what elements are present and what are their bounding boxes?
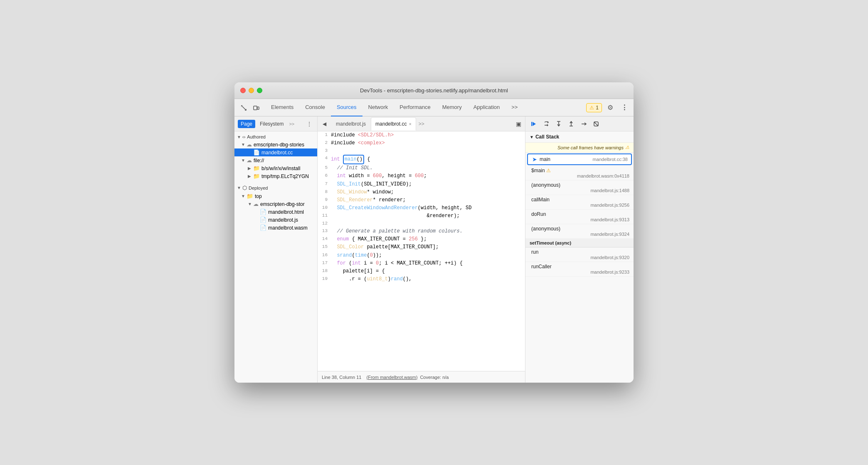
html-file-icon: 📄 bbox=[260, 209, 266, 215]
tab-console[interactable]: Console bbox=[299, 99, 331, 116]
line-num-4: 4 bbox=[318, 155, 331, 162]
tab-more[interactable]: >> bbox=[506, 99, 523, 116]
line-num-12: 12 bbox=[318, 220, 331, 228]
title-bar: DevTools - emscripten-dbg-stories.netlif… bbox=[234, 82, 634, 99]
dir2-folder-icon: 📁 bbox=[253, 173, 260, 179]
mandelbrot-js-item[interactable]: ▶ 📄 mandelbrot.js bbox=[234, 216, 317, 224]
line-code-10: SDL_CreateWindowAndRenderer(width, heigh… bbox=[331, 204, 525, 212]
call-stack-header[interactable]: ▼ Call Stack bbox=[525, 131, 634, 143]
close-button[interactable] bbox=[240, 88, 246, 93]
file-node[interactable]: ▼ ☁ file:// bbox=[234, 156, 317, 164]
tab-sources[interactable]: Sources bbox=[331, 99, 362, 116]
maximize-button[interactable] bbox=[257, 88, 262, 93]
dir2-item[interactable]: ▶ 📁 tmp/tmp.ELcTq2YGN bbox=[234, 172, 317, 180]
more-tabs-icon[interactable]: >> bbox=[419, 121, 424, 127]
top-node[interactable]: ▼ 📁 top bbox=[234, 192, 317, 200]
authored-section: ▼ ‹› Authored ▼ ☁ emscripten-dbg-stories… bbox=[234, 131, 317, 182]
cs-loc-anon1: mandelbrot.js:1488 bbox=[531, 188, 629, 193]
code-tab-mandelbrot-cc[interactable]: mandelbrot.cc × bbox=[371, 117, 416, 131]
step-out-button[interactable] bbox=[565, 118, 577, 130]
code-content[interactable]: 1 #include <SDL2/SDL.h> 2 #include <comp… bbox=[318, 131, 525, 371]
cs-warning-text: Some call frames have warnings bbox=[557, 145, 624, 150]
settings-icon[interactable]: ⚙ bbox=[604, 102, 616, 114]
inspect-icon[interactable] bbox=[238, 102, 249, 114]
cs-frame-dorun[interactable]: doRun mandelbrot.js:9313 bbox=[525, 210, 634, 224]
file-cc-icon: 📄 bbox=[253, 149, 260, 156]
cs-func-main: main mandelbrot.cc:38 bbox=[540, 156, 628, 162]
cs-func-anon2: (anonymous) bbox=[531, 226, 629, 232]
tab-elements[interactable]: Elements bbox=[265, 99, 299, 116]
top-label: top bbox=[255, 193, 262, 199]
sidebar-tab-page[interactable]: Page bbox=[238, 120, 255, 128]
line-code-1: #include <SDL2/SDL.h> bbox=[331, 131, 525, 139]
cs-func-dollar-main: $main ⚠ bbox=[531, 168, 629, 173]
cs-frame-anon1[interactable]: (anonymous) mandelbrot.js:1488 bbox=[525, 181, 634, 195]
line-code-18: palette[i] = { bbox=[331, 267, 525, 275]
cs-func-anon1: (anonymous) bbox=[531, 182, 629, 188]
deployed-header[interactable]: ▼ ⬡ Deployed bbox=[234, 183, 317, 192]
cs-loc-run: mandelbrot.js:9320 bbox=[531, 255, 629, 260]
line-code-7: SDL_Init(SDL_INIT_VIDEO); bbox=[331, 181, 525, 188]
collapse-panel-icon[interactable]: ◀ bbox=[319, 119, 329, 129]
cs-frame-callmain[interactable]: callMain mandelbrot.js:9256 bbox=[525, 195, 634, 210]
top-toolbar: Elements Console Sources Network Perform… bbox=[234, 99, 634, 116]
footer-from-text[interactable]: (From mandelbrot.wasm) bbox=[367, 375, 418, 380]
cs-frame-runcaller[interactable]: runCaller mandelbrot.js:9233 bbox=[525, 262, 634, 277]
window-title: DevTools - emscripten-dbg-stories.netlif… bbox=[360, 87, 508, 94]
line-code-14: enum { MAX_ITER_COUNT = 256 }; bbox=[331, 235, 525, 243]
tab-application[interactable]: Application bbox=[468, 99, 506, 116]
mandelbrot-wasm-item[interactable]: ▶ 📄 mandelbrot.wasm bbox=[234, 224, 317, 232]
debug-toolbar bbox=[525, 116, 634, 131]
tab-performance[interactable]: Performance bbox=[394, 99, 436, 116]
mandelbrot-cc-label: mandelbrot.cc bbox=[261, 150, 293, 156]
step-button[interactable] bbox=[578, 118, 589, 130]
dir2-label: tmp/tmp.ELcTq2YGN bbox=[261, 173, 309, 179]
more-options-icon[interactable]: ⋮ bbox=[619, 102, 630, 114]
tab-network[interactable]: Network bbox=[362, 99, 394, 116]
line-code-16: srand(time(0)); bbox=[331, 252, 525, 260]
code-line-7: 7 SDL_Init(SDL_INIT_VIDEO); bbox=[318, 181, 525, 188]
mandelbrot-cc-item[interactable]: ▶ 📄 mandelbrot.cc bbox=[234, 148, 317, 156]
sidebar-tab-filesystem[interactable]: Filesystem bbox=[257, 120, 286, 128]
minimize-button[interactable] bbox=[249, 88, 254, 93]
code-tabs: ◀ mandelbrot.js mandelbrot.cc × >> ▣ bbox=[318, 116, 525, 131]
authored-header[interactable]: ▼ ‹› Authored bbox=[234, 133, 317, 141]
dir1-folder-icon: 📁 bbox=[253, 165, 260, 171]
device-icon[interactable] bbox=[250, 102, 262, 114]
cs-func-callmain: callMain bbox=[531, 197, 629, 203]
sidebar-more-icon[interactable]: ⋮ bbox=[305, 119, 314, 129]
cs-func-runcaller: runCaller bbox=[531, 264, 629, 270]
cs-frame-dollar-main[interactable]: $main ⚠ mandelbrot.wasm:0x4118 bbox=[525, 166, 634, 181]
line-num-5: 5 bbox=[318, 164, 331, 172]
resume-button[interactable] bbox=[528, 118, 540, 130]
right-panel: ▼ Call Stack Some call frames have warni… bbox=[525, 116, 634, 383]
warning-badge[interactable]: ⚠ 1 bbox=[586, 103, 602, 112]
cs-frame-run[interactable]: run mandelbrot.js:9320 bbox=[525, 247, 634, 262]
authored-brackets-icon: ‹› bbox=[242, 134, 245, 139]
line-num-10: 10 bbox=[318, 204, 331, 212]
cs-frame-anon2[interactable]: (anonymous) mandelbrot.js:9324 bbox=[525, 224, 634, 239]
code-line-15: 15 SDL_Color palette[MAX_ITER_COUNT]; bbox=[318, 243, 525, 251]
code-area: ◀ mandelbrot.js mandelbrot.cc × >> ▣ 1 #… bbox=[318, 116, 525, 383]
sidebar-content: ▼ ‹› Authored ▼ ☁ emscripten-dbg-stories… bbox=[234, 131, 317, 383]
code-line-8: 8 SDL_Window* window; bbox=[318, 188, 525, 196]
close-tab-icon[interactable]: × bbox=[409, 121, 411, 126]
top-arrow: ▼ bbox=[241, 194, 245, 198]
deactivate-button[interactable] bbox=[590, 118, 602, 130]
step-over-button[interactable] bbox=[540, 118, 552, 130]
cs-frame-main[interactable]: ➤ main mandelbrot.cc:38 bbox=[527, 153, 632, 165]
tab-memory[interactable]: Memory bbox=[436, 99, 468, 116]
code-tab-mandelbrot-js[interactable]: mandelbrot.js bbox=[332, 117, 370, 131]
mandelbrot-html-item[interactable]: ▶ 📄 mandelbrot.html bbox=[234, 208, 317, 216]
toolbar-tabs: Elements Console Sources Network Perform… bbox=[265, 99, 586, 116]
toggle-panel-icon[interactable]: ▣ bbox=[513, 119, 523, 129]
emscripten-cloud-node[interactable]: ▼ ☁ emscripten-dbg-stories bbox=[234, 141, 317, 148]
line-num-8: 8 bbox=[318, 188, 331, 196]
svg-rect-3 bbox=[254, 106, 257, 110]
emscripten-stor-node[interactable]: ▼ ☁ emscripten-dbg-stor bbox=[234, 200, 317, 208]
line-code-17: for (int i = 0; i < MAX_ITER_COUNT; ++i)… bbox=[331, 260, 525, 267]
dir1-item[interactable]: ▶ 📁 b/s/w/ir/x/w/install bbox=[234, 164, 317, 172]
code-line-18: 18 palette[i] = { bbox=[318, 267, 525, 275]
line-num-7: 7 bbox=[318, 181, 331, 188]
step-into-button[interactable] bbox=[553, 118, 565, 130]
